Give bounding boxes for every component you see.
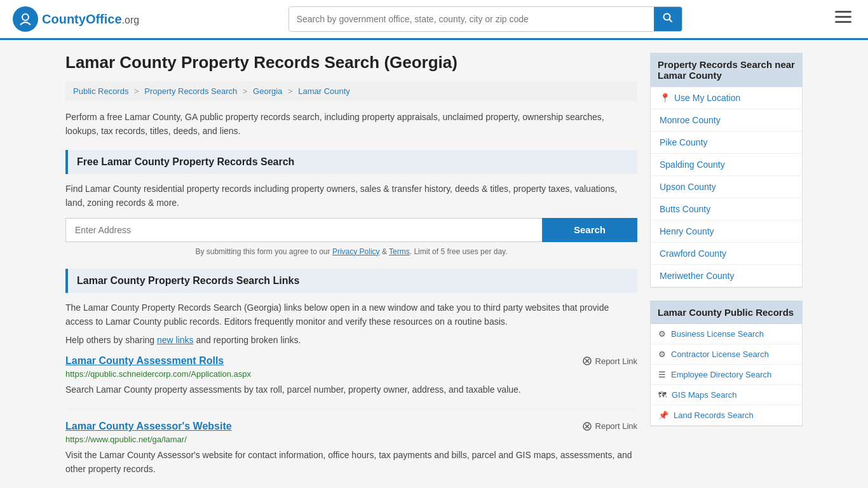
public-records-section: Lamar County Public Records ⚙ Business L…	[650, 301, 803, 426]
logo-area: CountyOffice.org	[13, 6, 139, 32]
nearby-county-butts[interactable]: Butts County	[651, 198, 802, 220]
pike-county-link[interactable]: Pike County	[660, 137, 707, 147]
menu-icon[interactable]	[831, 7, 855, 31]
business-license-link[interactable]: Business License Search	[671, 329, 764, 339]
share-links-text: Help others by sharing new links and rep…	[65, 335, 637, 345]
free-search-section: Free Lamar County Property Records Searc…	[65, 150, 637, 256]
nearby-county-spalding[interactable]: Spalding County	[651, 154, 802, 176]
nearby-section: Property Records Search near Lamar Count…	[650, 53, 803, 288]
report-link-btn-2[interactable]: Report Link	[582, 421, 637, 431]
new-links-link[interactable]: new links	[157, 335, 194, 345]
contractor-license-link[interactable]: Contractor License Search	[671, 349, 769, 359]
breadcrumb-property-search[interactable]: Property Records Search	[144, 86, 237, 96]
link-item-header-2: Lamar County Assessor's Website Report L…	[65, 421, 637, 432]
crawford-county-link[interactable]: Crawford County	[660, 248, 726, 259]
share-prefix: Help others by sharing	[65, 335, 154, 345]
report-label-2: Report Link	[595, 421, 637, 431]
nearby-section-title: Property Records Search near Lamar Count…	[650, 53, 803, 87]
links-description: The Lamar County Property Records Search…	[65, 301, 637, 329]
link-item-assessor: Lamar County Assessor's Website Report L…	[65, 421, 637, 488]
link-title-assessment-rolls[interactable]: Lamar County Assessment Rolls	[65, 355, 224, 367]
use-my-location-item[interactable]: 📍 Use My Location	[651, 87, 802, 109]
main-layout: Lamar County Property Records Search (Ge…	[53, 40, 815, 488]
henry-county-link[interactable]: Henry County	[660, 226, 714, 236]
breadcrumb-lamar[interactable]: Lamar County	[298, 86, 350, 96]
employee-directory-link[interactable]: Employee Directory Search	[671, 370, 771, 379]
svg-rect-4	[835, 11, 851, 13]
logo-icon	[13, 6, 38, 32]
content-area: Lamar County Property Records Search (Ge…	[65, 53, 637, 488]
nearby-county-henry[interactable]: Henry County	[651, 220, 802, 243]
header: CountyOffice.org	[0, 0, 868, 40]
header-search-bar	[288, 6, 682, 32]
svg-rect-5	[835, 16, 851, 18]
nearby-county-meriwether[interactable]: Meriwether County	[651, 265, 802, 287]
use-my-location-link[interactable]: Use My Location	[674, 93, 740, 103]
link-url-1[interactable]: https://qpublic.schneidercorp.com/Applic…	[65, 369, 637, 379]
breadcrumb-public-records[interactable]: Public Records	[73, 86, 128, 96]
breadcrumb-sep-2: >	[243, 86, 248, 96]
limit-text: Limit of 5 free uses per day.	[414, 247, 507, 256]
public-records-title: Lamar County Public Records	[650, 301, 803, 324]
share-suffix: and reporting broken links.	[196, 335, 301, 345]
privacy-policy-link[interactable]: Privacy Policy	[332, 247, 380, 256]
link-desc-2: Visit the Lamar County Assessor's websit…	[65, 448, 637, 477]
report-label-1: Report Link	[595, 356, 637, 366]
land-records-icon: 📌	[658, 410, 668, 420]
butts-county-link[interactable]: Butts County	[660, 204, 710, 214]
link-title-assessor[interactable]: Lamar County Assessor's Website	[65, 421, 232, 432]
links-section-header: Lamar County Property Records Search Lin…	[65, 269, 637, 293]
address-search-button[interactable]: Search	[542, 218, 637, 242]
header-search-button[interactable]	[654, 7, 682, 31]
free-search-description: Find Lamar County residential property r…	[65, 182, 637, 210]
disclaimer-text: By submitting this form you agree to our	[195, 247, 330, 256]
meriwether-county-link[interactable]: Meriwether County	[660, 271, 735, 281]
land-records-link[interactable]: Land Records Search	[674, 410, 754, 420]
business-license-icon: ⚙	[658, 329, 666, 339]
public-record-land-records[interactable]: 📌 Land Records Search	[651, 405, 802, 426]
breadcrumb-georgia[interactable]: Georgia	[253, 86, 282, 96]
address-input[interactable]	[65, 218, 542, 242]
report-link-btn-1[interactable]: Report Link	[582, 356, 637, 366]
upson-county-link[interactable]: Upson County	[660, 182, 716, 192]
page-title: Lamar County Property Records Search (Ge…	[65, 53, 637, 72]
nearby-county-monroe[interactable]: Monroe County	[651, 109, 802, 132]
link-item-assessment-rolls: Lamar County Assessment Rolls Report Lin…	[65, 355, 637, 409]
public-record-gis-maps[interactable]: 🗺 GIS Maps Search	[651, 385, 802, 405]
terms-link[interactable]: Terms	[389, 247, 410, 256]
breadcrumb: Public Records > Property Records Search…	[65, 81, 637, 101]
page-description: Perform a free Lamar County, GA public p…	[65, 110, 637, 139]
spalding-county-link[interactable]: Spalding County	[660, 159, 725, 170]
public-record-business-license[interactable]: ⚙ Business License Search	[651, 324, 802, 344]
address-search-form: Search	[65, 218, 637, 242]
svg-line-3	[669, 20, 672, 22]
public-record-employee-directory[interactable]: ☰ Employee Directory Search	[651, 365, 802, 385]
svg-rect-6	[835, 21, 851, 23]
location-pin-icon: 📍	[660, 93, 670, 103]
nearby-counties-list: 📍 Use My Location Monroe County Pike Cou…	[650, 87, 803, 288]
gis-maps-link[interactable]: GIS Maps Search	[672, 390, 737, 400]
employee-directory-icon: ☰	[658, 370, 666, 379]
gis-maps-icon: 🗺	[658, 390, 667, 400]
link-desc-1: Search Lamar County property assessments…	[65, 383, 637, 396]
form-disclaimer: By submitting this form you agree to our…	[65, 247, 637, 256]
monroe-county-link[interactable]: Monroe County	[660, 115, 721, 125]
free-search-header: Free Lamar County Property Records Searc…	[65, 150, 637, 174]
links-section: Lamar County Property Records Search Lin…	[65, 269, 637, 488]
nearby-county-upson[interactable]: Upson County	[651, 176, 802, 198]
header-search-input[interactable]	[289, 9, 654, 29]
breadcrumb-sep-1: >	[134, 86, 139, 96]
nearby-county-pike[interactable]: Pike County	[651, 132, 802, 154]
link-url-2[interactable]: https://www.qpublic.net/ga/lamar/	[65, 435, 637, 444]
breadcrumb-sep-3: >	[288, 86, 293, 96]
public-records-list: ⚙ Business License Search ⚙ Contractor L…	[650, 324, 803, 426]
link-item-header-1: Lamar County Assessment Rolls Report Lin…	[65, 355, 637, 367]
public-record-contractor-license[interactable]: ⚙ Contractor License Search	[651, 344, 802, 365]
contractor-license-icon: ⚙	[658, 349, 666, 359]
logo-text: CountyOffice.org	[42, 12, 139, 27]
nearby-county-crawford[interactable]: Crawford County	[651, 243, 802, 265]
sidebar: Property Records Search near Lamar Count…	[650, 53, 803, 488]
